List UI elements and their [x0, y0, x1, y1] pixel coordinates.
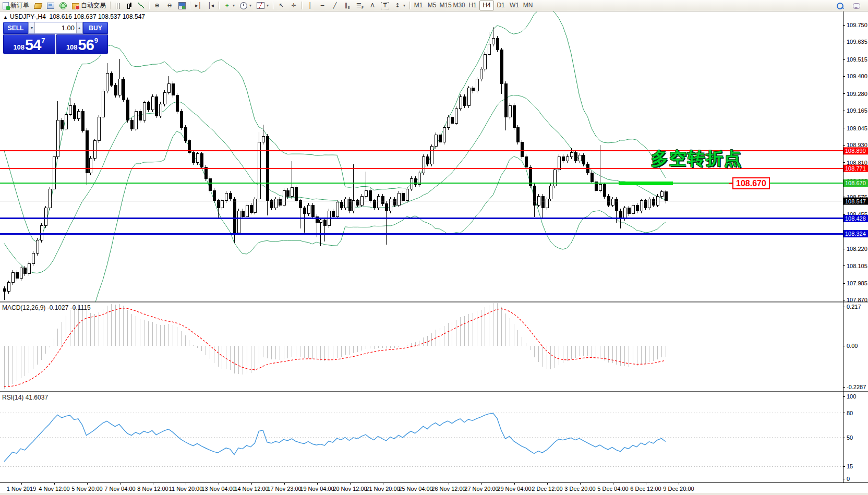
sell-button[interactable]: SELL [3, 22, 28, 34]
bid-price-button[interactable]: 108 54 7 [3, 34, 55, 54]
bear-candle [644, 201, 647, 208]
bear-candle [155, 97, 158, 116]
separator [409, 2, 410, 9]
bear-candle [628, 208, 630, 214]
zoom-in-button[interactable]: ⊕ [151, 0, 163, 11]
dropdown-arrow-icon: ▾ [249, 3, 251, 8]
collapse-panel-icon[interactable]: ▲ [3, 15, 8, 20]
chart-canvas[interactable]: 109.750109.635109.515109.400109.280109.1… [0, 0, 868, 495]
feedback-button[interactable] [850, 0, 863, 11]
volume-input[interactable] [35, 22, 76, 33]
toolbar: 新订单 自动交易 ⊕ ⊖ ▸│ │◂ ＋▾ ▾ ▾ ↖ ✛ │ ─ ╱ ∥E ☰… [0, 0, 868, 11]
crosshair-tool-button[interactable]: ✛ [287, 0, 300, 11]
time-axis-label: 21 Nov 20:00 [366, 486, 400, 492]
timeframe-m15[interactable]: M15 [439, 1, 452, 10]
periods-button[interactable]: ▾ [237, 0, 254, 11]
bull-candle [98, 117, 100, 141]
time-axis-label: 5 Dec 04:00 [597, 486, 628, 492]
bull-candle [352, 201, 355, 211]
timeframe-mn[interactable]: MN [521, 1, 535, 10]
bear-candle [521, 142, 523, 157]
bear-candle [229, 194, 232, 199]
bear-candle [209, 179, 211, 190]
time-axis-label: 25 Nov 04:00 [399, 486, 432, 492]
label-tool-button[interactable]: T [379, 0, 391, 11]
new-order-button[interactable]: 新订单 [0, 0, 32, 11]
timeframe-h1[interactable]: H1 [466, 1, 479, 10]
auto-scroll-button[interactable]: ▸│ [192, 0, 204, 11]
separator [110, 2, 111, 9]
separator [302, 2, 302, 9]
trendline-tool-button[interactable]: ╱ [329, 0, 341, 11]
timeframe-m1[interactable]: M1 [412, 1, 425, 10]
bar-chart-button[interactable] [112, 0, 124, 11]
ask-pipette: 9 [94, 37, 98, 44]
bear-candle [323, 220, 326, 225]
line-chart-button[interactable] [135, 0, 147, 11]
timeframe-h4[interactable]: H4 [479, 1, 494, 10]
bull-candle [53, 157, 55, 189]
chat-bubble-icon [853, 3, 860, 9]
time-axis-label: 19 Nov 04:00 [300, 486, 334, 492]
trendline-icon: ╱ [331, 2, 339, 9]
arrows-icon: ↕ [394, 2, 401, 9]
bear-candle [619, 211, 622, 218]
bear-candle [603, 185, 606, 196]
separator [190, 2, 190, 9]
timeframe-w1[interactable]: W1 [508, 1, 521, 10]
timeframe-m5[interactable]: M5 [425, 1, 439, 10]
ask-price-button[interactable]: 108 56 9 [56, 34, 108, 54]
bear-candle [504, 83, 507, 117]
candle-chart-button[interactable] [124, 0, 135, 11]
volume-decrease-button[interactable]: ▼ [29, 22, 35, 33]
text-tool-button[interactable]: A [366, 0, 379, 11]
channel-tool-button[interactable]: ∥E [341, 0, 354, 11]
chart-shift-button[interactable]: │◂ [204, 0, 217, 11]
bear-candle [200, 154, 203, 167]
zoom-out-button[interactable]: ⊖ [163, 0, 176, 11]
signal-button[interactable] [57, 0, 69, 11]
timeframe-m30[interactable]: M30 [452, 1, 466, 10]
bear-candle [23, 268, 26, 274]
fibonacci-tool-button[interactable]: ☰F [354, 0, 366, 11]
hline-tool-button[interactable]: ─ [316, 0, 329, 11]
bull-candle [40, 225, 43, 240]
bull-candle [435, 135, 437, 147]
candle-chart-icon [126, 3, 132, 9]
search-button[interactable] [834, 0, 846, 11]
bull-candle [89, 158, 92, 173]
turning-point-annotation[interactable]: 多空转折点 [651, 147, 742, 171]
templates-button[interactable]: ▾ [254, 0, 271, 11]
bull-candle [377, 196, 380, 208]
autotrade-button[interactable]: 自动交易 [69, 0, 108, 11]
price-level-tag[interactable]: 108.670 [732, 177, 770, 189]
cursor-tool-button[interactable]: ↖ [275, 0, 287, 11]
buy-button[interactable]: BUY [83, 22, 108, 34]
terminal-button[interactable] [44, 0, 57, 11]
arrows-tool-button[interactable]: ↕▾ [391, 0, 408, 11]
market-watch-button[interactable] [32, 0, 44, 11]
autotrade-label: 自动交易 [81, 1, 106, 10]
symbol-period-label: USDJPY-,H4 [10, 13, 46, 20]
axis-tick-label: -0.2287 [847, 384, 866, 390]
timeframe-d1[interactable]: D1 [494, 1, 508, 10]
bull-candle [537, 196, 540, 205]
bid-big-figure: 108 [13, 43, 25, 51]
bull-candle [151, 97, 154, 110]
bull-candle [422, 157, 425, 173]
cursor-icon: ↖ [278, 2, 285, 9]
bid-pipette: 7 [41, 37, 45, 44]
dropdown-arrow-icon: ▾ [403, 3, 405, 8]
bull-candle [492, 38, 495, 44]
indicators-button[interactable]: ＋▾ [221, 0, 237, 11]
axis-tick-label: 100 [847, 393, 856, 400]
tile-windows-button[interactable] [176, 0, 188, 11]
time-axis-label: 17 Nov 23:00 [267, 486, 301, 492]
bull-candle [65, 114, 67, 129]
bear-candle [500, 50, 503, 84]
volume-increase-button[interactable]: ▲ [76, 22, 82, 33]
bear-candle [73, 105, 76, 118]
axis-tick-label: 109.635 [847, 39, 867, 45]
bull-candle [660, 192, 663, 196]
vline-tool-button[interactable]: │ [304, 0, 316, 11]
